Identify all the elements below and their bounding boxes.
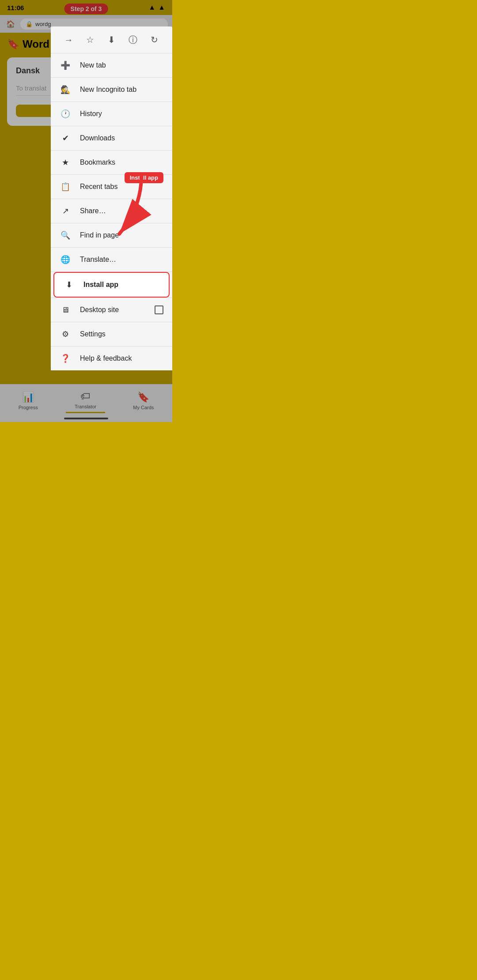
menu-toolbar: → ☆ ⬇ ⓘ ↻ — [51, 26, 172, 53]
desktop-site-icon: 🖥 — [60, 304, 71, 316]
desktop-site-checkbox[interactable] — [155, 305, 163, 314]
downloads-icon: ✔ — [60, 132, 71, 144]
history-icon: 🕐 — [60, 108, 71, 120]
menu-item-help-feedback[interactable]: ❓ Help & feedback — [51, 347, 172, 370]
bookmark-icon[interactable]: ☆ — [82, 32, 98, 48]
downloads-label: Downloads — [80, 134, 163, 142]
forward-icon[interactable]: → — [61, 32, 76, 48]
menu-item-downloads[interactable]: ✔ Downloads — [51, 126, 172, 150]
menu-item-share[interactable]: ↗ Share… — [51, 199, 172, 223]
incognito-icon: 🕵 — [60, 84, 71, 95]
recent-tabs-icon: 📋 — [60, 181, 71, 192]
settings-icon: ⚙ — [60, 328, 71, 340]
new-tab-icon: ➕ — [60, 60, 71, 71]
home-indicator — [64, 418, 108, 419]
find-in-page-icon: 🔍 — [60, 230, 71, 241]
refresh-icon[interactable]: ↻ — [147, 32, 163, 48]
menu-item-new-incognito[interactable]: 🕵 New Incognito tab — [51, 78, 172, 102]
help-feedback-icon: ❓ — [60, 353, 71, 364]
menu-item-bookmarks[interactable]: ★ Bookmarks — [51, 151, 172, 174]
recent-tabs-label: Recent tabs — [80, 183, 163, 191]
menu-item-translate[interactable]: 🌐 Translate… — [51, 248, 172, 271]
download-icon[interactable]: ⬇ — [103, 32, 119, 48]
new-tab-label: New tab — [80, 61, 163, 69]
menu-item-settings[interactable]: ⚙ Settings — [51, 322, 172, 346]
menu-item-install-app[interactable]: ⬇ Install app — [53, 272, 170, 298]
share-icon: ↗ — [60, 205, 71, 217]
history-label: History — [80, 110, 163, 118]
dropdown-menu: → ☆ ⬇ ⓘ ↻ ➕ New tab 🕵 New Incognito tab … — [51, 26, 172, 370]
desktop-site-label: Desktop site — [80, 306, 146, 314]
install-app-label: Install app — [83, 281, 160, 289]
help-feedback-label: Help & feedback — [80, 354, 163, 362]
install-app-icon: ⬇ — [63, 279, 75, 290]
menu-item-history[interactable]: 🕐 History — [51, 102, 172, 126]
translate-icon: 🌐 — [60, 254, 71, 265]
new-incognito-label: New Incognito tab — [80, 86, 163, 94]
menu-item-find-in-page[interactable]: 🔍 Find in page — [51, 223, 172, 247]
install-app-badge: Install app — [125, 172, 163, 183]
find-in-page-label: Find in page — [80, 231, 163, 239]
menu-item-new-tab[interactable]: ➕ New tab — [51, 53, 172, 77]
translate-label: Translate… — [80, 256, 163, 264]
bookmarks-icon: ★ — [60, 157, 71, 168]
settings-label: Settings — [80, 330, 163, 338]
bookmarks-label: Bookmarks — [80, 158, 163, 166]
menu-item-desktop-site[interactable]: 🖥 Desktop site — [51, 298, 172, 322]
info-icon[interactable]: ⓘ — [125, 32, 141, 48]
share-label: Share… — [80, 207, 163, 215]
